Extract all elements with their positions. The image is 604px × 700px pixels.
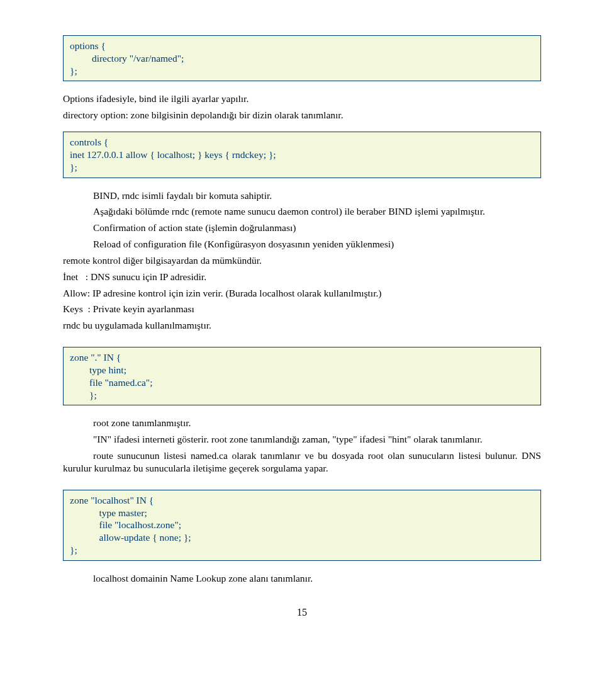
paragraph: rndc bu uygulamada kullanılmamıştır. bbox=[63, 319, 541, 332]
paragraph: route sunucunun listesi named.ca olarak … bbox=[63, 449, 541, 475]
code-line: inet 127.0.0.1 allow { localhost; } keys… bbox=[70, 149, 276, 160]
codebox-zone-root: zone "." IN { type hint; file "named.ca"… bbox=[63, 347, 541, 405]
page-container: options { directory "/var/named"; }; Opt… bbox=[0, 0, 604, 700]
codebox-controls: controls { inet 127.0.0.1 allow { localh… bbox=[63, 132, 541, 178]
code-line: }; bbox=[70, 162, 77, 172]
codebox-zone-localhost: zone "localhost" IN { type master; file … bbox=[63, 490, 541, 561]
paragraph: remote kontrol diğer bilgisayardan da mü… bbox=[63, 254, 541, 267]
code-line: zone "." IN { bbox=[70, 352, 121, 363]
codebox-content: options { directory "/var/named"; }; bbox=[63, 35, 541, 81]
codebox-content: zone "localhost" IN { type master; file … bbox=[63, 490, 541, 561]
code-line: }; bbox=[70, 545, 77, 555]
text-block: root zone tanımlanmıştır. "IN" ifadesi i… bbox=[63, 417, 541, 474]
paragraph: localhost domainin Name Lookup zone alan… bbox=[63, 572, 541, 585]
code-line: file "named.ca"; bbox=[70, 377, 152, 388]
code-line: }; bbox=[70, 65, 77, 76]
code-line: controls { bbox=[70, 137, 108, 147]
code-line: type hint; bbox=[70, 364, 126, 375]
paragraph: BIND, rndc isimli faydalı bir komuta sah… bbox=[63, 189, 541, 202]
paragraph: Aşağıdaki bölümde rndc (remote name sunu… bbox=[63, 205, 541, 218]
code-line: directory "/var/named"; bbox=[70, 53, 184, 64]
paragraph: Allow: IP adresine kontrol için izin ver… bbox=[63, 287, 541, 300]
paragraph: directory option: zone bilgisinin depola… bbox=[63, 109, 541, 121]
code-line: allow-update { none; }; bbox=[70, 532, 191, 543]
paragraph: "IN" ifadesi interneti gösterir. root zo… bbox=[63, 433, 541, 446]
codebox-content: controls { inet 127.0.0.1 allow { localh… bbox=[63, 132, 541, 178]
code-line: type master; bbox=[70, 507, 147, 518]
text-block: BIND, rndc isimli faydalı bir komuta sah… bbox=[63, 189, 541, 332]
paragraph: Confirmation of action state (işlemin do… bbox=[63, 222, 541, 234]
code-line: file "localhost.zone"; bbox=[70, 519, 181, 530]
code-line: zone "localhost" IN { bbox=[70, 495, 154, 505]
paragraph: Keys : Private keyin ayarlanması bbox=[63, 303, 541, 315]
codebox-options: options { directory "/var/named"; }; bbox=[63, 35, 541, 81]
paragraph: Reload of configuration file (Konfigüras… bbox=[63, 238, 541, 251]
paragraph: İnet : DNS sunucu için IP adresidir. bbox=[63, 271, 541, 283]
paragraph: root zone tanımlanmıştır. bbox=[63, 417, 541, 429]
code-line: }; bbox=[70, 390, 97, 400]
code-line: options { bbox=[70, 40, 106, 51]
page-number: 15 bbox=[63, 606, 541, 619]
codebox-content: zone "." IN { type hint; file "named.ca"… bbox=[63, 347, 541, 405]
paragraph: Options ifadesiyle, bind ile ilgili ayar… bbox=[63, 93, 541, 105]
